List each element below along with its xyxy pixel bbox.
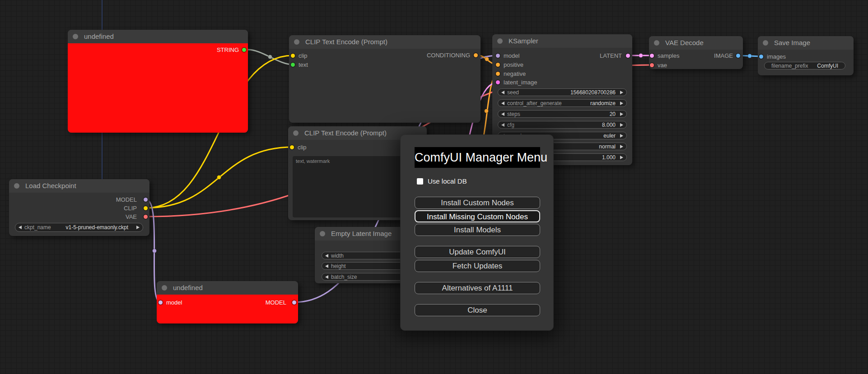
output-slot-string[interactable] bbox=[242, 48, 246, 52]
widget-label: control_after_generate bbox=[507, 100, 562, 106]
output-slot-model[interactable] bbox=[144, 198, 148, 202]
input-label: clip bbox=[299, 52, 308, 59]
decrement-arrow-icon[interactable] bbox=[501, 123, 504, 127]
close-button[interactable]: Close bbox=[415, 304, 540, 316]
widget-seed[interactable]: seed 156680208700286 bbox=[498, 88, 627, 96]
link-dot[interactable] bbox=[485, 109, 489, 113]
collapse-dot-icon[interactable] bbox=[162, 285, 167, 291]
output-slot-conditioning[interactable] bbox=[474, 53, 478, 57]
decrement-arrow-icon[interactable] bbox=[325, 264, 328, 268]
decrement-arrow-icon[interactable] bbox=[501, 91, 504, 94]
input-slot-model[interactable] bbox=[496, 54, 500, 58]
error-node-body bbox=[68, 43, 248, 133]
widget-filename-prefix[interactable]: filename_prefix ComfyUI bbox=[764, 62, 845, 69]
link-dot[interactable] bbox=[485, 57, 489, 61]
node-titlebar[interactable]: Load Checkpoint bbox=[9, 179, 149, 193]
dialog-title: ComfyUI Manager Menu bbox=[415, 147, 540, 168]
node-title: Load Checkpoint bbox=[25, 182, 76, 189]
input-slot-clip[interactable] bbox=[291, 54, 295, 58]
link-dot[interactable] bbox=[748, 54, 752, 58]
increment-arrow-icon[interactable] bbox=[620, 145, 623, 148]
node-vae-decode[interactable]: VAE Decode samples vae IMAGE bbox=[649, 36, 743, 69]
widget-control-after-generate[interactable]: control_after_generate randomize bbox=[498, 99, 627, 107]
link-dot[interactable] bbox=[268, 55, 272, 59]
increment-arrow-icon[interactable] bbox=[620, 112, 623, 116]
output-slot-model[interactable] bbox=[292, 300, 296, 305]
increment-arrow-icon[interactable] bbox=[136, 226, 140, 229]
collapse-dot-icon[interactable] bbox=[320, 231, 325, 236]
node-titlebar[interactable]: Save Image bbox=[758, 36, 854, 50]
output-slot-vae[interactable] bbox=[144, 215, 148, 219]
widget-value: randomize bbox=[590, 100, 616, 106]
collapse-dot-icon[interactable] bbox=[73, 34, 78, 39]
input-slot-images[interactable] bbox=[759, 55, 763, 59]
node-clip-text-encode-1[interactable]: CLIP Text Encode (Prompt) clip text COND… bbox=[289, 35, 481, 123]
input-label: vae bbox=[658, 62, 667, 69]
input-slot-model[interactable] bbox=[159, 300, 163, 305]
increment-arrow-icon[interactable] bbox=[620, 156, 623, 159]
collapse-dot-icon[interactable] bbox=[294, 39, 299, 45]
install-models-button[interactable]: Install Models bbox=[415, 224, 540, 236]
widget-cfg[interactable]: cfg 8.000 bbox=[498, 121, 627, 129]
input-label: latent_image bbox=[504, 79, 537, 86]
node-titlebar[interactable]: undefined bbox=[157, 281, 298, 295]
input-label: clip bbox=[298, 144, 307, 151]
widget-ckpt-name[interactable]: ckpt_name v1-5-pruned-emaonly.ckpt bbox=[15, 223, 143, 232]
install-custom-nodes-button[interactable]: Install Custom Nodes bbox=[415, 197, 540, 209]
increment-arrow-icon[interactable] bbox=[620, 91, 623, 94]
collapse-dot-icon[interactable] bbox=[497, 38, 503, 44]
widget-label: ckpt_name bbox=[24, 224, 51, 231]
input-slot-latent-image[interactable] bbox=[496, 80, 500, 84]
node-titlebar[interactable]: CLIP Text Encode (Prompt) bbox=[289, 35, 481, 49]
decrement-arrow-icon[interactable] bbox=[325, 254, 328, 258]
widget-label: seed bbox=[507, 89, 519, 96]
output-label: VAE bbox=[126, 213, 137, 220]
output-label: CONDITIONING bbox=[427, 52, 470, 59]
collapse-dot-icon[interactable] bbox=[763, 40, 768, 46]
input-label: model bbox=[504, 52, 519, 59]
node-title: undefined bbox=[84, 32, 114, 40]
input-label: model bbox=[166, 299, 182, 306]
link-dot[interactable] bbox=[217, 175, 221, 180]
collapse-dot-icon[interactable] bbox=[14, 183, 19, 189]
link-dot[interactable] bbox=[153, 249, 157, 253]
link-dot[interactable] bbox=[639, 54, 643, 58]
collapse-dot-icon[interactable] bbox=[293, 130, 299, 136]
node-title: CLIP Text Encode (Prompt) bbox=[305, 38, 387, 46]
widget-value: 156680208700286 bbox=[570, 89, 616, 96]
input-slot-negative[interactable] bbox=[496, 72, 500, 76]
node-save-image[interactable]: Save Image images filename_prefix ComfyU… bbox=[758, 36, 854, 75]
decrement-arrow-icon[interactable] bbox=[19, 226, 22, 229]
collapse-dot-icon[interactable] bbox=[654, 40, 659, 46]
output-slot-image[interactable] bbox=[736, 54, 740, 58]
output-slot-clip[interactable] bbox=[144, 206, 148, 210]
decrement-arrow-icon[interactable] bbox=[325, 275, 328, 279]
node-undefined-top[interactable]: undefined STRING bbox=[68, 30, 248, 133]
decrement-arrow-icon[interactable] bbox=[501, 112, 504, 116]
input-slot-positive[interactable] bbox=[496, 63, 500, 67]
input-slot-clip[interactable] bbox=[290, 145, 294, 149]
alternatives-of-a1111-button[interactable]: Alternatives of A1111 bbox=[415, 282, 540, 294]
widget-value: v1-5-pruned-emaonly.ckpt bbox=[65, 224, 128, 231]
input-slot-text[interactable] bbox=[291, 63, 295, 67]
output-label: MODEL bbox=[266, 299, 286, 306]
widget-label: cfg bbox=[507, 122, 514, 128]
use-local-db-checkbox[interactable] bbox=[417, 178, 423, 185]
output-slot-latent[interactable] bbox=[626, 54, 630, 58]
node-titlebar[interactable]: undefined bbox=[68, 30, 248, 43]
input-slot-samples[interactable] bbox=[650, 54, 654, 58]
increment-arrow-icon[interactable] bbox=[620, 102, 623, 105]
output-label: IMAGE bbox=[714, 52, 733, 59]
widget-steps[interactable]: steps 20 bbox=[498, 110, 627, 118]
node-titlebar[interactable]: VAE Decode bbox=[649, 36, 743, 50]
decrement-arrow-icon[interactable] bbox=[501, 102, 504, 105]
update-comfyui-button[interactable]: Update ComfyUI bbox=[415, 246, 540, 258]
install-missing-custom-nodes-button[interactable]: Install Missing Custom Nodes bbox=[415, 210, 540, 222]
fetch-updates-button[interactable]: Fetch Updates bbox=[415, 260, 540, 272]
node-titlebar[interactable]: KSampler bbox=[492, 34, 632, 48]
increment-arrow-icon[interactable] bbox=[620, 123, 623, 127]
node-undefined-bottom[interactable]: undefined model MODEL bbox=[157, 281, 298, 323]
input-slot-vae[interactable] bbox=[650, 63, 654, 67]
increment-arrow-icon[interactable] bbox=[620, 134, 623, 138]
node-load-checkpoint[interactable]: Load Checkpoint MODEL CLIP VAE ckpt_name… bbox=[9, 179, 149, 236]
